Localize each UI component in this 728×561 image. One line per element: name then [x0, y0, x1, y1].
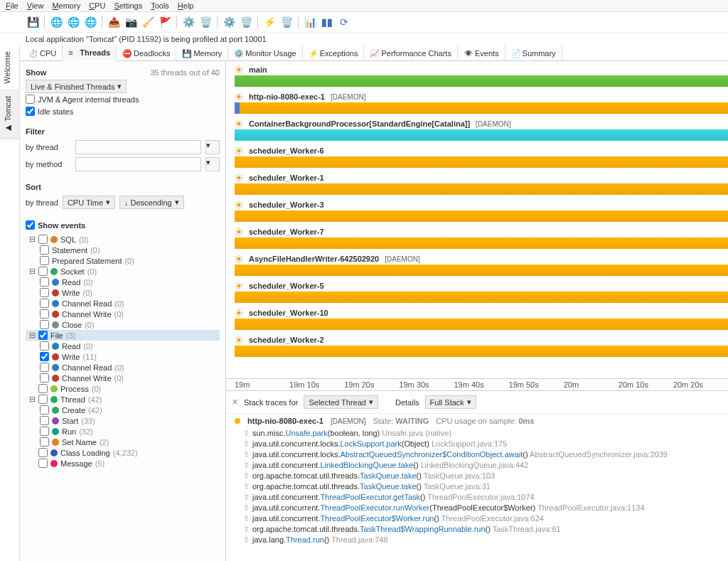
tree-check[interactable]	[38, 459, 48, 468]
refresh-icon[interactable]: ⟳	[337, 15, 351, 29]
tree-check[interactable]	[38, 448, 48, 457]
tree-item-message[interactable]: Message (5)	[26, 458, 220, 469]
thread-bar[interactable]	[235, 183, 728, 195]
tree-check[interactable]	[40, 363, 49, 372]
tree-item-start[interactable]: Start (33)	[26, 415, 220, 426]
tree-check[interactable]	[38, 395, 48, 404]
stack-frame[interactable]: ⇧java.util.concurrent.LinkedBlockingQueu…	[226, 460, 728, 471]
tab-deadlocks[interactable]: ⛔Deadlocks	[117, 46, 176, 60]
tree-item-write[interactable]: Write (11)	[26, 351, 220, 362]
globe-remove-icon[interactable]: 🌐	[83, 15, 97, 29]
thread-row[interactable]: scheduler_Worker-3	[229, 199, 728, 222]
menu-tools[interactable]: Tools	[151, 1, 169, 10]
menu-view[interactable]: View	[27, 1, 44, 10]
tree-item-socket[interactable]: ⊟Socket (0)	[26, 266, 220, 277]
globe-plus-icon[interactable]: 🌐	[49, 15, 63, 29]
tree-item-channel-write[interactable]: Channel Write (0)	[26, 309, 220, 319]
trash3-icon[interactable]: 🗑️	[279, 15, 294, 29]
thread-row[interactable]: main	[229, 64, 728, 87]
menu-help[interactable]: Help	[178, 1, 194, 10]
stack-frame[interactable]: ⇧java.util.concurrent.locks.AbstractQueu…	[226, 449, 728, 460]
thread-bar[interactable]	[235, 210, 728, 222]
thread-list[interactable]: mainhttp-nio-8080-exec-1[DAEMON]Containe…	[226, 61, 728, 378]
tree-item-channel-write[interactable]: Channel Write (0)	[26, 373, 220, 383]
thread-row[interactable]: ContainerBackgroundProcessor[StandardEng…	[229, 118, 728, 141]
jvm-threads-check[interactable]	[26, 95, 35, 104]
stack-frame[interactable]: ⇧java.util.concurrent.ThreadPoolExecutor…	[226, 503, 728, 513]
thread-bar[interactable]	[235, 237, 728, 249]
tree-item-create[interactable]: Create (42)	[26, 405, 220, 415]
thread-row[interactable]: AsyncFileHandlerWriter-642502920[DAEMON]	[229, 253, 728, 276]
close-icon[interactable]: ✕	[232, 397, 238, 407]
menu-file[interactable]: File	[6, 1, 18, 10]
tree-check[interactable]	[40, 320, 49, 329]
tree-item-write[interactable]: Write (0)	[26, 287, 220, 298]
tree-item-statement[interactable]: Statement (0)	[26, 245, 220, 255]
by-method-dropdown[interactable]: ▾	[205, 157, 220, 171]
tab-events[interactable]: 👁️Events	[458, 46, 505, 60]
stack-frame[interactable]: ⇧java.util.concurrent.ThreadPoolExecutor…	[226, 492, 728, 503]
tree-check[interactable]	[40, 416, 49, 425]
tree-item-read[interactable]: Read (0)	[26, 341, 220, 351]
tree-check[interactable]	[40, 352, 49, 361]
tree-item-sql[interactable]: ⊟SQL (0)	[26, 234, 220, 245]
expand-icon[interactable]: ⊟	[28, 331, 36, 340]
pause-icon[interactable]: ▮▮	[320, 15, 334, 29]
stack-frame[interactable]: ⇧org.apache.tomcat.util.threads.TaskQueu…	[226, 471, 728, 481]
tree-check[interactable]	[38, 267, 48, 276]
thread-bar[interactable]	[235, 156, 728, 168]
gear-orange-icon[interactable]: ⚙️	[222, 15, 236, 29]
thread-bar[interactable]	[235, 102, 728, 114]
tree-item-process[interactable]: Process (0)	[26, 383, 220, 394]
stack-frame[interactable]: ⇧java.lang.Thread.run() Thread.java:748	[226, 535, 728, 545]
menu-cpu[interactable]: CPU	[89, 1, 105, 10]
details-dropdown[interactable]: Full Stack ▾	[425, 395, 476, 409]
rail-tomcat[interactable]: ▶ Tomcat	[0, 90, 19, 139]
stack-frame[interactable]: ⇧java.util.concurrent.ThreadPoolExecutor…	[226, 513, 728, 524]
stack-frame[interactable]: ⇧org.apache.tomcat.util.threads.TaskThre…	[226, 524, 728, 535]
thread-row[interactable]: scheduler_Worker-6	[229, 145, 728, 168]
thread-bar[interactable]	[235, 129, 728, 141]
tree-item-close[interactable]: Close (0)	[26, 319, 220, 330]
tab-threads[interactable]: ≡Threads	[63, 46, 117, 61]
tree-item-channel-read[interactable]: Channel Read (0)	[26, 298, 220, 309]
thread-bar[interactable]	[235, 292, 728, 303]
thread-row[interactable]: http-nio-8080-exec-1[DAEMON]	[229, 91, 728, 114]
by-thread-dropdown[interactable]: ▾	[205, 140, 220, 154]
tree-item-set-name[interactable]: Set Name (2)	[26, 437, 220, 447]
flag-icon[interactable]: 🚩	[158, 15, 172, 29]
clear-icon[interactable]: 🧹	[141, 15, 155, 29]
tree-check[interactable]	[40, 437, 49, 447]
thread-bar[interactable]	[235, 319, 728, 330]
stack-frame[interactable]: ⇧java.util.concurrent.locks.LockSupport.…	[226, 439, 728, 449]
thread-row[interactable]: scheduler_Worker-5	[229, 280, 728, 303]
gear-green-icon[interactable]: ⚙️	[181, 15, 196, 29]
menu-memory[interactable]: Memory	[52, 1, 80, 10]
tree-item-run[interactable]: Run (32)	[26, 426, 220, 437]
by-thread-input[interactable]	[75, 140, 201, 154]
thread-row[interactable]: scheduler_Worker-1	[229, 172, 728, 195]
trash2-icon[interactable]: 🗑️	[239, 15, 253, 29]
globe-gear-icon[interactable]: 🌐	[66, 15, 80, 29]
stack-frame[interactable]: ⇧sun.misc.Unsafe.park(boolean, long) Uns…	[226, 428, 728, 439]
tree-check[interactable]	[40, 427, 49, 436]
sort-metric-dropdown[interactable]: CPU Time ▾	[63, 196, 115, 209]
thread-bar[interactable]	[235, 75, 728, 87]
trash-icon[interactable]: 🗑️	[198, 15, 213, 29]
stack-frame[interactable]: ⇧org.apache.tomcat.util.threads.TaskQueu…	[226, 481, 728, 492]
sort-dir-dropdown[interactable]: ↓ Descending ▾	[119, 196, 184, 209]
tree-item-file[interactable]: ⊟File (3)	[26, 330, 220, 341]
idle-states-check[interactable]	[26, 107, 35, 116]
show-events-check[interactable]	[26, 220, 35, 230]
tree-check[interactable]	[40, 405, 49, 415]
expand-icon[interactable]: ⊟	[28, 267, 36, 276]
save-icon[interactable]: 💾	[26, 15, 40, 29]
thread-row[interactable]: scheduler_Worker-2	[229, 334, 728, 357]
thread-row[interactable]: scheduler_Worker-10	[229, 307, 728, 330]
tree-item-thread[interactable]: ⊟Thread (42)	[26, 394, 220, 405]
menu-settings[interactable]: Settings	[114, 1, 142, 10]
tree-item-read[interactable]: Read (0)	[26, 277, 220, 287]
thread-bar[interactable]	[235, 265, 728, 276]
thread-bar[interactable]	[235, 346, 728, 357]
tab-cpu[interactable]: ⏱️CPU	[23, 46, 63, 60]
